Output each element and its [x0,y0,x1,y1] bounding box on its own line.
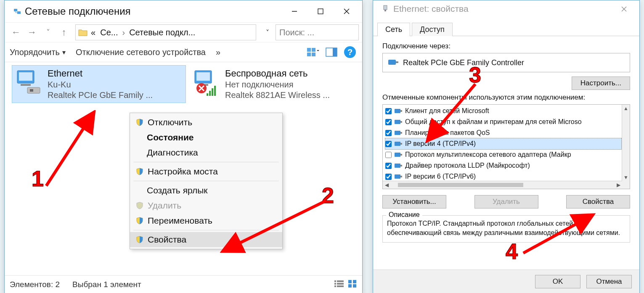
components-label: Отмеченные компоненты используются этим … [382,93,630,102]
minimize-button[interactable] [281,3,307,20]
configure-button[interactable]: Настроить... [572,77,630,90]
description-legend: Описание [386,211,422,219]
component-checkbox[interactable] [385,163,392,169]
connect-via-label: Подключение через: [382,42,630,50]
preview-pane-button[interactable] [324,46,339,58]
adapter-box: Realtek PCIe GbE Family Controller [382,53,630,72]
svg-rect-36 [384,10,386,11]
component-checkbox[interactable] [385,119,392,125]
component-row[interactable]: Драйвер протокола LLDP (Майкрософт) [385,160,621,171]
refresh-dropdown[interactable]: ˅ [260,25,276,40]
component-checkbox[interactable] [385,141,392,147]
scroll-thumb[interactable] [398,183,523,187]
tab-access[interactable]: Доступ [412,23,453,36]
window-icon [382,5,390,13]
up-button[interactable]: ↑ [56,25,72,40]
view-menu[interactable] [306,46,320,58]
svg-rect-40 [396,61,398,63]
svg-rect-53 [395,174,400,179]
svg-rect-31 [348,280,352,283]
properties-button[interactable]: Свойства [566,195,630,209]
address-bar[interactable]: « Се... › Сетевые подкл... [75,24,256,40]
back-button[interactable]: ← [8,25,24,40]
connection-name: Беспроводная сеть [225,68,330,79]
shield-icon [136,236,143,243]
cancel-button[interactable]: Отмена [586,275,632,288]
component-label: Общий доступ к файлам и принтерам для се… [405,118,582,126]
ok-button[interactable]: OK [535,275,580,288]
svg-rect-13 [19,72,32,81]
status-bar: Элементов: 2 Выбран 1 элемент [5,275,362,293]
status-item-count: Элементов: 2 [10,280,60,289]
component-row[interactable]: Планировщик пакетов QoS [385,127,621,138]
command-bar: Упорядочить▾ Отключение сетевого устройс… [5,42,362,62]
svg-rect-45 [395,131,400,135]
component-row[interactable]: IP версии 4 (TCP/IPv4) [385,138,621,149]
search-input[interactable]: Поиск: ... [276,24,359,40]
svg-rect-46 [400,132,402,134]
status-selected-count: Выбран 1 элемент [72,280,141,289]
scroll-up-icon[interactable]: ▲ [622,105,630,112]
svg-rect-32 [353,280,356,283]
menu-rename[interactable]: Переименовать [130,213,282,228]
close-button[interactable] [334,3,360,20]
svg-rect-27 [334,283,336,285]
component-row[interactable]: Общий доступ к файлам и принтерам для се… [385,116,621,127]
menu-diagnose[interactable]: Диагностика [130,145,282,160]
component-row[interactable]: Протокол мультиплексора сетевого адаптер… [385,149,621,160]
svg-rect-34 [353,284,356,288]
disable-device-button[interactable]: Отключение сетевого устройства [76,48,206,57]
component-icon [394,151,403,158]
connection-status: Ku-Ku [48,80,153,90]
details-view-icon[interactable] [334,280,344,290]
close-button[interactable] [611,0,637,17]
menu-separator [133,230,279,230]
organize-menu[interactable]: Упорядочить▾ [10,48,66,57]
more-commands[interactable]: » [216,48,221,57]
scroll-right-icon[interactable]: ▶ [615,181,622,189]
component-label: Протокол мультиплексора сетевого адаптер… [405,151,571,158]
menu-create-shortcut[interactable]: Создать ярлык [130,183,282,198]
window-title: Ethernet: свойства [393,4,611,14]
svg-rect-35 [384,5,387,10]
ethernet-properties-window: Ethernet: свойства Сеть Доступ Подключен… [373,0,640,293]
description-text: Протокол TCP/IP. Стандартный протокол гл… [387,219,625,237]
install-button[interactable]: Установить... [382,195,446,209]
svg-rect-22 [212,88,213,96]
maximize-button[interactable] [307,3,334,20]
svg-rect-54 [400,176,402,177]
menu-disable[interactable]: Отключить [130,115,282,130]
scroll-down-icon[interactable]: ▼ [622,174,630,181]
wireless-adapter-icon [192,68,221,97]
component-icon [394,140,403,147]
menu-bridge[interactable]: Настройка моста [130,164,282,179]
svg-rect-44 [400,121,402,123]
svg-rect-42 [400,110,402,112]
component-checkbox[interactable] [385,108,392,114]
tab-network[interactable]: Сеть [377,23,410,36]
scrollbar-vertical[interactable]: ▲ ▼ [622,105,630,181]
component-checkbox[interactable] [385,152,392,158]
scroll-left-icon[interactable]: ◀ [383,181,390,189]
connection-ethernet[interactable]: Ethernet Ku-Ku Realtek PCIe GbE Family .… [12,66,186,103]
component-checkbox[interactable] [385,130,392,136]
recent-dropdown[interactable]: ˅ [40,25,56,40]
menu-status[interactable]: Состояние [130,130,282,145]
component-icon [394,129,403,136]
menu-properties[interactable]: Свойства [130,232,282,247]
component-row[interactable]: Клиент для сетей Microsoft [385,106,621,116]
large-icons-view-icon[interactable] [348,280,357,290]
component-checkbox[interactable] [385,174,392,180]
connection-wireless[interactable]: Беспроводная сеть Нет подключения Realte… [190,66,363,103]
ethernet-adapter-icon [15,68,43,97]
breadcrumb-item[interactable]: Се... [100,28,118,37]
shield-icon [136,119,143,126]
svg-rect-18 [196,72,210,81]
help-button[interactable]: ? [343,46,357,58]
forward-button[interactable]: → [24,25,40,40]
components-listbox[interactable]: Клиент для сетей MicrosoftОбщий доступ к… [382,104,630,189]
breadcrumb-item[interactable]: Сетевые подкл... [129,28,195,37]
svg-rect-52 [400,165,402,166]
scrollbar-horizontal[interactable]: ◀ ▶ [383,181,622,189]
shield-icon [136,202,143,209]
